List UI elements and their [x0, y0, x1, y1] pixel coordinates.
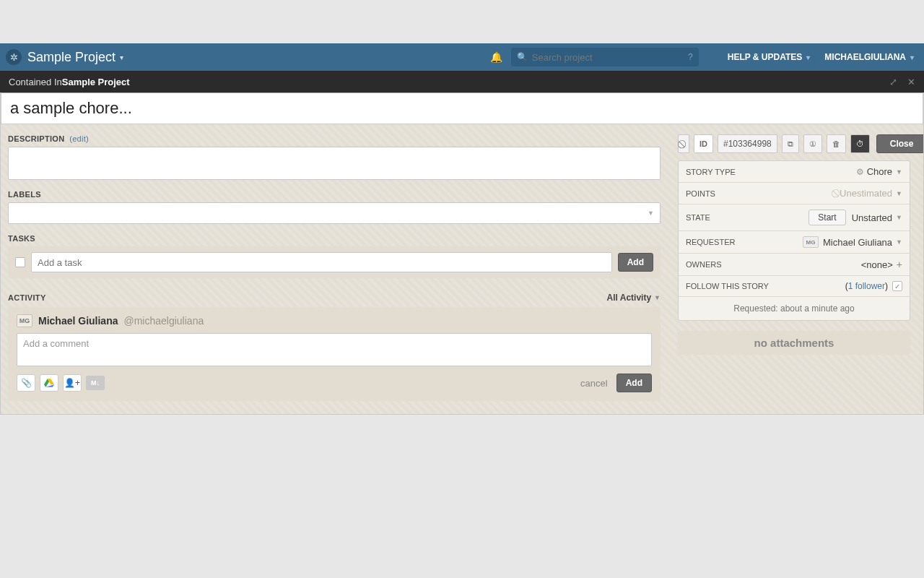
state-value[interactable]: Unstarted	[852, 212, 892, 223]
comment-input[interactable]: Add a comment	[17, 333, 652, 366]
chevron-down-icon: ▼	[896, 238, 902, 246]
tasks-label: TASKS	[8, 234, 661, 243]
user-menu[interactable]: MICHAELGIULIANA ▾	[824, 52, 914, 62]
points-row[interactable]: POINTS ⃠ Unestimated ▼	[679, 183, 910, 204]
avatar: MG	[803, 236, 819, 248]
description-label: DESCRIPTION (edit)	[8, 134, 661, 143]
collapse-icon[interactable]: ⤢	[889, 77, 897, 87]
delete-icon[interactable]: 🗑	[827, 134, 846, 153]
story-id-toolbar: ⃠ ID #103364998 ⧉ ① 🗑 ⏱ Close	[678, 134, 910, 153]
caret-down-icon: ▾	[120, 53, 123, 61]
gear-icon: ⚙	[856, 167, 864, 177]
activity-label: ACTIVITY	[8, 293, 46, 302]
requester-row[interactable]: REQUESTER MG Michael Giuliana ▼	[679, 231, 910, 254]
activity-block: MG Michael Giuliana @michaelgiuliana Add…	[8, 307, 661, 401]
story-title-input[interactable]	[1, 92, 923, 124]
attachment-icon[interactable]: 📎	[17, 374, 35, 392]
story-panel: DESCRIPTION (edit) LABELS ▼ TASKS Add AC…	[0, 92, 924, 415]
contained-in-label: Contained In	[9, 77, 62, 87]
activity-filter-dropdown[interactable]: All Activity ▼	[607, 293, 661, 303]
breadcrumb-bar: Contained In Sample Project ⤢ ✕	[0, 71, 924, 92]
task-checkbox[interactable]	[15, 257, 25, 267]
follow-row: FOLLOW THIS STORY (1 follower) ✓	[679, 276, 910, 297]
project-name-label: Sample Project	[27, 50, 116, 65]
caret-down-icon: ▾	[910, 53, 914, 61]
no-attachments-banner: no attachments	[678, 331, 910, 355]
add-owner-button[interactable]: +	[897, 259, 902, 270]
add-comment-button[interactable]: Add	[616, 374, 652, 392]
story-id-value[interactable]: #103364998	[718, 134, 777, 153]
follow-checkbox[interactable]: ✓	[892, 281, 902, 291]
mention-user-icon[interactable]: 👤+	[63, 374, 82, 392]
story-type-row[interactable]: STORY TYPE ⚙ Chore ▼	[679, 161, 910, 183]
copy-icon[interactable]: ⧉	[782, 134, 799, 153]
chevron-down-icon: ▼	[648, 210, 654, 217]
help-updates-label: HELP & UPDATES	[728, 52, 803, 62]
search-box[interactable]: 🔍 ?	[511, 48, 699, 66]
edit-description-link[interactable]: (edit)	[69, 134, 89, 143]
search-input[interactable]	[532, 52, 688, 63]
followers-link[interactable]: 1 follower	[848, 281, 885, 291]
notifications-icon[interactable]: 🔔	[490, 51, 502, 63]
chevron-down-icon: ▼	[654, 294, 661, 301]
breadcrumb-project[interactable]: Sample Project	[62, 77, 130, 87]
history-icon[interactable]: ①	[803, 134, 822, 153]
link-icon[interactable]: ⃠	[678, 134, 689, 153]
top-bar: ✲ Sample Project ▾ 🔔 🔍 ? HELP & UPDATES …	[0, 43, 924, 71]
tasks-block: Add	[8, 246, 661, 278]
google-drive-icon[interactable]	[40, 374, 58, 392]
id-label: ID	[694, 134, 713, 153]
chevron-down-icon: ▼	[896, 190, 902, 197]
help-updates-menu[interactable]: HELP & UPDATES ▾	[728, 52, 811, 62]
labels-dropdown[interactable]: ▼	[8, 202, 661, 224]
chevron-down-icon: ▼	[896, 214, 902, 221]
pin-icon[interactable]: ⏱	[850, 134, 870, 153]
project-selector[interactable]: Sample Project ▾	[27, 50, 123, 65]
chevron-down-icon: ▼	[896, 168, 902, 176]
add-task-button[interactable]: Add	[618, 253, 653, 272]
close-story-button[interactable]: Close	[876, 134, 924, 153]
commenter-handle: @michaelgiuliana	[123, 315, 204, 327]
start-button[interactable]: Start	[808, 210, 845, 225]
caret-down-icon: ▾	[806, 53, 810, 61]
search-icon: 🔍	[517, 52, 528, 62]
owners-row[interactable]: OWNERS <none> +	[679, 254, 910, 276]
cancel-comment-button[interactable]: cancel	[580, 378, 608, 389]
avatar: MG	[17, 314, 32, 327]
state-row: STATE Start Unstarted ▼	[679, 204, 910, 231]
markdown-icon: M↓	[86, 376, 105, 390]
description-input[interactable]	[8, 147, 661, 180]
user-menu-label: MICHAELGIULIANA	[824, 52, 906, 62]
commenter-name: Michael Giuliana	[38, 315, 118, 327]
logo-icon[interactable]: ✲	[6, 49, 22, 65]
requested-timestamp: Requested: about a minute ago	[679, 297, 910, 320]
task-input[interactable]	[31, 252, 612, 272]
help-icon[interactable]: ?	[688, 52, 693, 62]
story-meta-box: STORY TYPE ⚙ Chore ▼ POINTS ⃠ Unestimate…	[678, 160, 910, 321]
labels-label: LABELS	[8, 190, 661, 199]
close-icon[interactable]: ✕	[907, 77, 915, 87]
